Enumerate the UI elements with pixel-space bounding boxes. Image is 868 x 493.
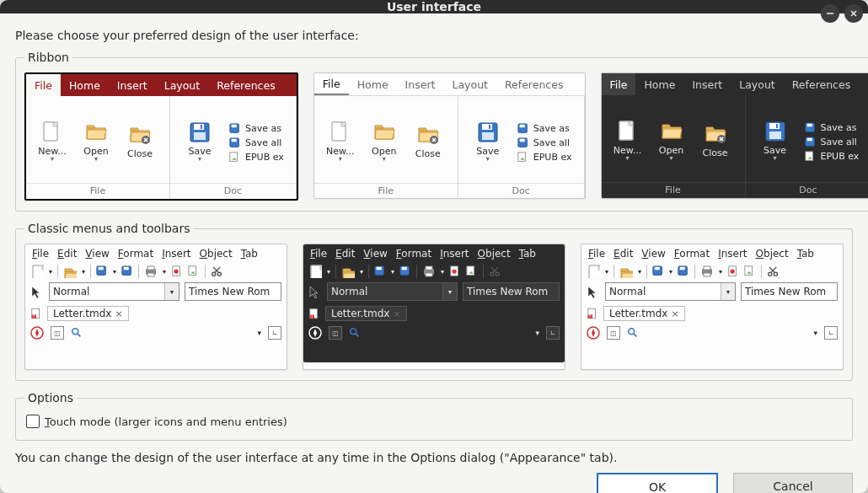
- classic-preview-menu: Tab: [797, 248, 814, 260]
- ribbon-preview-button: Save: [465, 121, 511, 162]
- i-folder-x-icon: [417, 124, 439, 146]
- classic-preview-menu: Insert: [718, 248, 747, 260]
- cursor-icon: [30, 285, 44, 298]
- classic-preview-menu: File: [588, 248, 605, 260]
- ribbon-group-label: Doc: [458, 183, 584, 199]
- cursor-icon: [308, 285, 322, 298]
- group-options: Options Touch mode (larger icons and men…: [15, 391, 853, 441]
- layout-icon: ∟: [546, 326, 560, 340]
- style-combo: Normal▾: [327, 282, 458, 301]
- classic-preview-menubar: FileEditViewFormatInsertObjectTab: [581, 244, 843, 263]
- view-mode-icon: ◫: [51, 326, 64, 340]
- classic-preview-toolbar: ▾ ▾ ▾ ▾: [303, 263, 565, 280]
- ribbon-theme-light-option[interactable]: FileHomeInsertLayoutReferences New... Op…: [313, 72, 586, 199]
- group-options-legend: Options: [24, 391, 77, 405]
- save-all-icon: [678, 265, 689, 277]
- document-icon: [308, 308, 320, 320]
- ribbon-preview-tab: References: [208, 74, 283, 96]
- group-classic-legend: Classic menus and toolbars: [24, 222, 193, 235]
- dialog-user-interface: User interface Please choose your prefer…: [0, 0, 868, 493]
- font-combo: Times New Rom: [463, 282, 560, 301]
- i-newdoc-icon: [330, 121, 351, 143]
- i-folder-icon: [661, 121, 683, 142]
- classic-preview-menu: Object: [200, 248, 233, 260]
- save-icon: [517, 123, 529, 135]
- classic-preview-menu: Insert: [162, 248, 190, 260]
- open-folder-icon: [341, 265, 355, 278]
- ribbon-preview-button: Close: [696, 123, 735, 158]
- ok-button[interactable]: OK: [597, 473, 718, 493]
- ribbon-preview-tab: File: [602, 73, 636, 95]
- ribbon-preview-button: Close: [409, 124, 447, 159]
- cut-icon: [767, 265, 780, 278]
- view-mode-icon: ◫: [607, 326, 620, 340]
- classic-preview-menu: View: [363, 248, 387, 260]
- chevron-down-icon: ▾: [813, 329, 817, 337]
- style-combo: Normal▾: [605, 282, 736, 301]
- classic-preview-menu: Tab: [519, 248, 536, 260]
- classic-theme-dark-option[interactable]: FileEditViewFormatInsertObjectTab ▾ ▾ ▾ …: [303, 244, 565, 370]
- ribbon-theme-color-option[interactable]: FileHomeInsertLayoutReferences New... Op…: [24, 72, 298, 201]
- ribbon-preview-small-col: Save as Save all EPUB ex: [228, 120, 289, 163]
- classic-preview-menu: Object: [756, 248, 789, 260]
- classic-preview-menu: Tab: [241, 248, 258, 260]
- hint-text: You can change the design of the user in…: [15, 451, 853, 464]
- classic-theme-classic-option[interactable]: FileEditViewFormatInsertObjectTab ▾ ▾ ▾ …: [581, 244, 844, 370]
- font-combo: Times New Rom: [741, 282, 838, 301]
- zoom-icon: [71, 327, 83, 339]
- ribbon-preview-button: New...: [608, 121, 647, 161]
- group-ribbon-legend: Ribbon: [24, 51, 72, 64]
- ribbon-group-label: File: [26, 183, 169, 199]
- zoom-icon: [349, 327, 361, 339]
- classic-preview-menu: View: [85, 248, 109, 260]
- save-all-icon: [805, 137, 817, 148]
- ribbon-preview-tab: File: [314, 73, 349, 95]
- ribbon-preview-tab: File: [26, 74, 61, 96]
- classic-preview-menu: Edit: [613, 248, 633, 260]
- save-all-icon: [121, 265, 133, 277]
- document-tab: Letter.tmdx×: [47, 306, 129, 321]
- save-icon: [764, 121, 786, 142]
- classic-preview-menu: Edit: [335, 248, 355, 260]
- classic-theme-light-option[interactable]: FileEditViewFormatInsertObjectTab ▾ ▾ ▾ …: [24, 244, 287, 370]
- ribbon-group-label: Doc: [746, 182, 868, 198]
- classic-preview-menu: View: [641, 248, 665, 260]
- new-document-icon: [308, 265, 322, 278]
- minimize-button[interactable]: [821, 4, 839, 23]
- close-button[interactable]: [844, 4, 863, 23]
- ribbon-preview-button: New...: [33, 121, 72, 162]
- zoom-icon: [627, 327, 639, 339]
- save-icon: [477, 121, 499, 143]
- i-newdoc-icon: [41, 121, 63, 143]
- save-icon: [229, 123, 241, 135]
- ribbon-preview-tab: Home: [61, 74, 109, 96]
- checkbox-icon: [26, 415, 40, 428]
- ribbon-preview-button: Close: [121, 124, 159, 159]
- save-all-icon: [229, 137, 241, 149]
- close-tab-icon: ×: [115, 308, 122, 319]
- print-icon: [422, 265, 436, 278]
- ribbon-preview-tab: Insert: [683, 73, 731, 95]
- epub-export-icon: [466, 265, 478, 277]
- ribbon-group-label: Doc: [170, 183, 296, 199]
- touch-mode-checkbox[interactable]: Touch mode (larger icons and menu entrie…: [24, 413, 844, 430]
- classic-preview-menu: Object: [478, 248, 511, 260]
- ribbon-preview-button: Save: [177, 121, 222, 162]
- save-icon: [189, 121, 211, 143]
- cancel-button[interactable]: Cancel: [733, 473, 853, 493]
- classic-preview-toolbar: ▾ ▾ ▾ ▾: [25, 263, 287, 280]
- document-tab: Letter.tmdx×: [603, 306, 685, 321]
- ribbon-theme-dark-option[interactable]: FileHomeInsertLayoutReferences New... Op…: [601, 72, 868, 199]
- layout-icon: ∟: [268, 326, 281, 340]
- i-folder-x-icon: [129, 124, 151, 146]
- font-combo: Times New Rom: [185, 282, 281, 301]
- print-icon: [144, 265, 158, 278]
- compass-icon: [30, 326, 44, 340]
- epub-export-icon: [188, 265, 200, 277]
- ribbon-preview-button: New...: [321, 121, 360, 162]
- new-document-icon: [30, 265, 44, 278]
- new-document-icon: [587, 265, 600, 278]
- style-combo: Normal▾: [49, 282, 179, 301]
- save-icon: [96, 265, 108, 277]
- save-all-icon: [517, 137, 529, 149]
